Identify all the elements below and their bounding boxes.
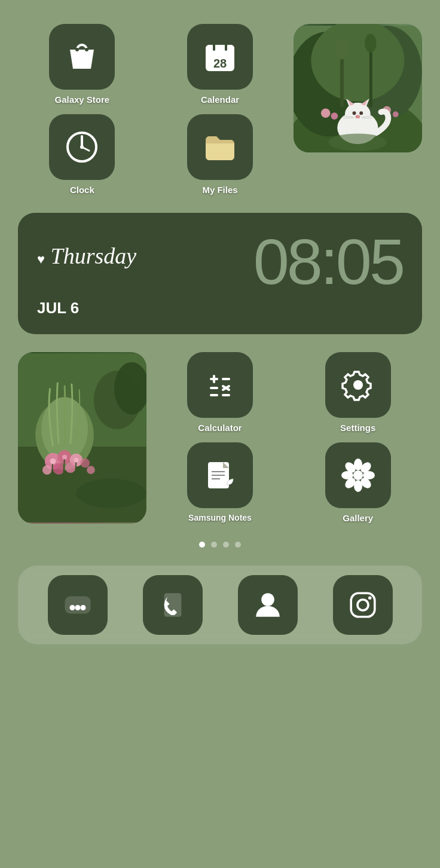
svg-point-55 (62, 455, 67, 460)
app-gallery[interactable]: Gallery (294, 442, 422, 523)
svg-rect-4 (206, 50, 234, 54)
chat-bubbles-icon (62, 589, 94, 621)
app-my-files[interactable]: My Files (156, 114, 285, 195)
gallery-flower-icon (340, 457, 376, 493)
clock-date-display: JUL 6 (37, 299, 403, 317)
cat-image (294, 24, 422, 152)
notes-icon (202, 457, 238, 493)
clock-day-label: ♥ Thursday (37, 243, 136, 269)
svg-point-72 (353, 470, 363, 480)
app-dock (18, 566, 422, 644)
svg-point-34 (329, 133, 387, 151)
svg-point-59 (77, 479, 146, 508)
app-clock[interactable]: Clock (18, 114, 146, 195)
page-dot-2[interactable] (211, 542, 217, 548)
phone-icon (157, 589, 189, 621)
svg-point-50 (87, 466, 95, 474)
clock-widget: ♥ Thursday 08:05 JUL 6 (18, 213, 422, 334)
svg-point-28 (360, 111, 363, 115)
calculator-icon-bg (187, 352, 253, 418)
svg-point-20 (393, 111, 399, 117)
svg-point-17 (321, 108, 331, 118)
folder-icon (202, 129, 238, 165)
app-galaxy-store[interactable]: Galaxy Store (18, 24, 146, 105)
clock-icon-bg (49, 114, 115, 180)
svg-point-1 (85, 48, 88, 51)
svg-point-88 (368, 597, 371, 600)
calculator-label: Calculator (198, 423, 242, 433)
dock-phone[interactable] (143, 575, 203, 635)
top-app-grid: Galaxy Store 28 Calendar (18, 24, 422, 195)
gallery-icon-bg (325, 442, 391, 508)
shopping-bag-icon (64, 39, 100, 75)
svg-point-54 (50, 459, 56, 464)
settings-icon-bg (325, 352, 391, 418)
settings-gear-icon (340, 367, 376, 403)
camera-circle-icon (347, 589, 379, 621)
garden-photo-widget (18, 352, 146, 524)
my-files-label: My Files (202, 185, 237, 195)
app-calculator[interactable]: Calculator (156, 352, 285, 433)
page-indicator (199, 542, 241, 548)
svg-rect-14 (369, 43, 372, 107)
galaxy-store-label: Galaxy Store (54, 94, 109, 105)
svg-point-18 (331, 112, 338, 120)
svg-rect-86 (351, 593, 375, 617)
page-dot-3[interactable] (223, 542, 229, 548)
svg-point-82 (69, 605, 75, 610)
svg-point-16 (365, 34, 377, 53)
cat-photo-widget (294, 24, 422, 152)
svg-point-15 (335, 38, 349, 59)
dock-contacts[interactable] (238, 575, 298, 635)
svg-point-87 (358, 600, 368, 610)
calculator-icon (202, 367, 238, 403)
my-files-icon-bg (187, 114, 253, 180)
svg-point-29 (356, 115, 360, 118)
person-icon (252, 589, 284, 621)
svg-point-46 (53, 463, 65, 475)
svg-point-38 (80, 145, 84, 149)
svg-point-56 (74, 458, 79, 463)
svg-point-85 (261, 593, 274, 606)
dock-messages[interactable] (48, 575, 108, 635)
page-dot-1[interactable] (199, 542, 205, 548)
home-screen: Galaxy Store 28 Calendar (0, 0, 440, 868)
samsung-notes-label: Samsung Notes (188, 513, 252, 522)
svg-point-49 (42, 465, 52, 475)
app-settings[interactable]: Settings (294, 352, 422, 433)
svg-point-83 (75, 605, 80, 610)
svg-point-0 (75, 48, 79, 51)
svg-point-27 (353, 111, 356, 115)
calendar-icon-bg: 28 (187, 24, 253, 90)
page-dot-4[interactable] (235, 542, 241, 548)
samsung-notes-icon-bg (187, 442, 253, 508)
app-samsung-notes[interactable]: Samsung Notes (156, 442, 285, 523)
clock-label: Clock (70, 185, 94, 195)
calendar-icon: 28 (202, 39, 238, 75)
svg-point-48 (80, 459, 90, 468)
svg-point-47 (65, 462, 76, 473)
calendar-label: Calendar (201, 94, 239, 105)
galaxy-store-icon-bg (49, 24, 115, 90)
bottom-app-grid: Calculator Settings (18, 352, 422, 524)
svg-text:28: 28 (213, 57, 227, 70)
gallery-label: Gallery (343, 513, 373, 523)
settings-label: Settings (340, 423, 375, 433)
svg-point-22 (345, 103, 371, 126)
app-calendar[interactable]: 28 Calendar (156, 24, 285, 105)
dock-instagram[interactable] (333, 575, 393, 635)
svg-point-84 (80, 605, 85, 610)
clock-icon (64, 129, 100, 165)
clock-day-text: Thursday (51, 243, 137, 268)
